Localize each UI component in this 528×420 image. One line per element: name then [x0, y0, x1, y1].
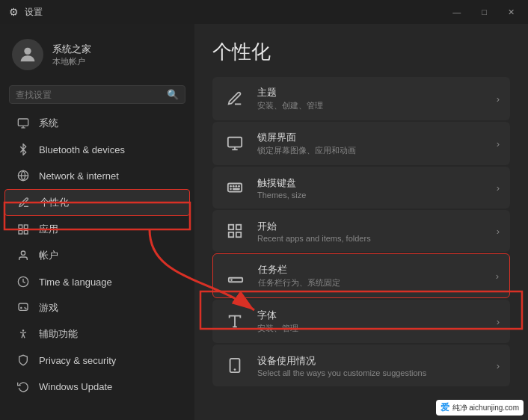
settings-item-lockscreen[interactable]: 锁屏界面 锁定屏幕图像、应用和动画 › [212, 122, 510, 165]
network-icon [16, 169, 30, 182]
fonts-title: 字体 [257, 309, 486, 322]
accounts-icon [16, 249, 30, 262]
user-name: 系统之家 [52, 43, 91, 56]
sidebar-label-system: 系统 [39, 117, 58, 130]
svg-rect-29 [229, 232, 233, 237]
sidebar-label-network: Network & internet [39, 170, 119, 182]
page-title: 个性化 [212, 39, 510, 65]
nav-list: 系统 Bluetooth & devices Network & interne… [0, 110, 194, 420]
lockscreen-chevron-icon: › [497, 138, 500, 149]
window-controls[interactable]: — □ ✕ [448, 7, 519, 17]
touch-keyboard-title: 触摸键盘 [257, 176, 486, 190]
settings-item-fonts[interactable]: 字体 安装、管理 › [212, 300, 510, 343]
settings-item-start[interactable]: 开始 Recent apps and items, folders › [212, 210, 510, 252]
touch-keyboard-chevron-icon: › [497, 182, 500, 194]
sidebar: 系统之家 本地帐户 🔍 系统 Bluetooth & devices [0, 24, 194, 420]
sidebar-item-personalization[interactable]: 个性化 [4, 189, 190, 216]
avatar [12, 39, 43, 70]
search-input[interactable] [16, 90, 162, 100]
start-title: 开始 [257, 220, 486, 233]
accessibility-icon [16, 327, 30, 341]
sidebar-item-network[interactable]: Network & internet [4, 163, 190, 188]
bluetooth-icon [16, 143, 30, 156]
watermark-text: 纯净 aichunjing.com [452, 403, 519, 413]
taskbar-desc: 任务栏行为、系统固定 [258, 277, 485, 288]
theme-title: 主题 [257, 86, 486, 99]
app-icon: ⚙ [9, 6, 19, 18]
sidebar-item-accessibility[interactable]: 辅助功能 [4, 321, 190, 347]
user-profile[interactable]: 系统之家 本地帐户 [0, 30, 194, 82]
start-chevron-icon: › [497, 226, 500, 237]
taskbar-icon [224, 264, 248, 288]
app-container: 系统之家 本地帐户 🔍 系统 Bluetooth & devices [0, 24, 528, 420]
watermark: 爱 纯净 aichunjing.com [436, 400, 524, 416]
sidebar-item-accounts[interactable]: 帐户 [4, 243, 190, 268]
fonts-text: 字体 安装、管理 [257, 309, 486, 334]
sidebar-label-accessibility: 辅助功能 [39, 327, 78, 341]
taskbar-chevron-icon: › [496, 271, 499, 282]
taskbar-title: 任务栏 [258, 263, 485, 277]
apps-icon [16, 223, 30, 236]
sidebar-label-time: Time & language [39, 277, 112, 288]
sidebar-label-bluetooth: Bluetooth & devices [39, 144, 125, 155]
svg-point-16 [22, 330, 23, 331]
settings-item-theme[interactable]: 主题 安装、创建、管理 › [212, 77, 510, 120]
sidebar-item-privacy[interactable]: Privacy & security [4, 348, 190, 373]
sidebar-item-gaming[interactable]: 游戏 [4, 295, 190, 321]
theme-chevron-icon: › [497, 93, 500, 105]
sidebar-item-system[interactable]: 系统 [4, 111, 190, 136]
touch-keyboard-desc: Themes, size [257, 191, 486, 200]
svg-rect-8 [19, 230, 22, 234]
svg-point-14 [25, 307, 25, 308]
sidebar-item-windows-update[interactable]: Windows Update [4, 374, 190, 399]
svg-rect-9 [24, 230, 28, 234]
theme-desc: 安装、创建、管理 [257, 100, 486, 111]
svg-point-15 [25, 309, 26, 309]
start-text: 开始 Recent apps and items, folders [257, 220, 486, 243]
settings-list: 主题 安装、创建、管理 › 锁屏界面 锁定屏幕图像、应用和动画 › [212, 77, 510, 386]
lockscreen-icon [223, 132, 247, 155]
svg-point-10 [21, 251, 25, 255]
fonts-desc: 安装、管理 [257, 323, 486, 334]
svg-rect-1 [18, 119, 28, 126]
title-bar: ⚙ 设置 — □ ✕ [0, 0, 528, 24]
start-desc: Recent apps and items, folders [257, 234, 486, 243]
theme-text: 主题 安装、创建、管理 [257, 86, 486, 111]
watermark-icon: 爱 [440, 401, 449, 414]
svg-rect-6 [19, 225, 22, 229]
theme-icon [223, 87, 247, 111]
settings-item-taskbar[interactable]: 任务栏 任务栏行为、系统固定 › [212, 253, 510, 298]
sidebar-item-apps[interactable]: 应用 [4, 217, 190, 242]
sidebar-item-time[interactable]: Time & language [4, 269, 190, 294]
device-usage-chevron-icon: › [497, 360, 500, 371]
touch-keyboard-icon [223, 176, 247, 200]
sidebar-label-accounts: 帐户 [39, 249, 58, 262]
svg-rect-27 [229, 225, 233, 229]
settings-item-touch-keyboard[interactable]: 触摸键盘 Themes, size › [212, 167, 510, 209]
start-icon [223, 219, 247, 243]
user-type: 本地帐户 [52, 56, 91, 67]
settings-item-device-usage[interactable]: 设备使用情况 Select all the ways you customize… [212, 345, 510, 386]
title-bar-title: 设置 [25, 6, 43, 19]
gaming-icon [16, 301, 30, 315]
personalization-icon [17, 196, 31, 209]
device-usage-icon [223, 353, 247, 377]
sidebar-label-windows-update: Windows Update [39, 381, 112, 392]
sidebar-label-personalization: 个性化 [40, 196, 69, 209]
device-usage-title: 设备使用情况 [257, 354, 486, 368]
touch-keyboard-text: 触摸键盘 Themes, size [257, 176, 486, 200]
svg-rect-7 [24, 225, 28, 229]
close-button[interactable]: ✕ [503, 7, 519, 17]
device-usage-text: 设备使用情况 Select all the ways you customize… [257, 354, 486, 377]
user-info: 系统之家 本地帐户 [52, 43, 91, 67]
minimize-button[interactable]: — [448, 7, 465, 16]
sidebar-label-privacy: Privacy & security [39, 355, 116, 366]
sidebar-item-bluetooth[interactable]: Bluetooth & devices [4, 137, 190, 162]
search-box[interactable]: 🔍 [9, 85, 185, 104]
svg-point-0 [24, 48, 31, 55]
main-content: 个性化 主题 安装、创建、管理 › 锁屏界面 锁 [194, 24, 528, 420]
svg-rect-28 [236, 225, 241, 229]
privacy-icon [16, 353, 30, 367]
maximize-button[interactable]: □ [477, 7, 491, 16]
lockscreen-title: 锁屏界面 [257, 131, 486, 144]
